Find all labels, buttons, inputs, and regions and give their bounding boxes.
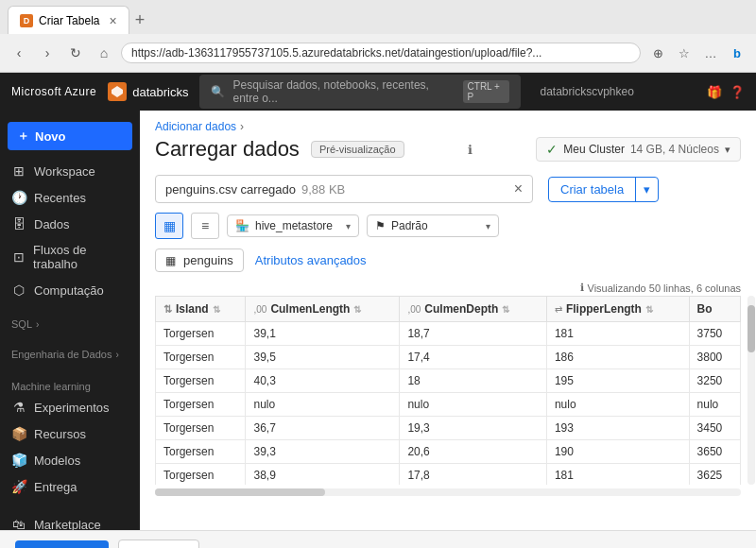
more-button[interactable]: … [699,42,722,64]
file-row: penguins.csv carregado 9,88 KB × Criar t… [140,169,756,209]
cancel-button[interactable]: Cancelar [118,539,199,548]
grid-view-button[interactable]: ▦ [155,213,183,239]
table-name-row: ▦ penguins Atributos avançados [140,243,756,278]
sidebar-item-recentes[interactable]: 🕐 Recentes [0,184,140,211]
create-table-dropdown-icon[interactable]: ▾ [635,178,658,201]
metastore-icon: 🏪 [235,219,249,232]
sidebar-section-sql[interactable]: SQL › [0,315,140,334]
sidebar-item-label: Recentes [34,191,86,205]
search-icon: 🔍 [211,85,225,98]
topbar-icons: 🎁 ❓ [707,85,745,99]
column-header-island[interactable]: ⇅ Island ⇅ [156,297,246,322]
horizontal-scrollbar-container [140,485,756,500]
tab-close-button[interactable]: × [109,13,116,28]
sidebar-section-engineering[interactable]: Engenharia de Dados › [0,345,140,364]
topbar-search[interactable]: 🔍 Pesquisar dados, notebooks, recentes, … [199,75,521,109]
browser-actions: ⊕ ☆ … b [646,42,748,64]
cluster-specs: 14 GB, 4 Núcleos [630,143,719,156]
back-button[interactable]: ‹ [8,42,30,64]
table-cell: 18 [400,369,547,393]
table-cell: 186 [546,346,689,369]
file-input-box[interactable]: penguins.csv carregado 9,88 KB × [155,175,533,203]
sidebar-item-marketplace[interactable]: 🛍 Marketplace [0,511,140,530]
home-button[interactable]: ⌂ [93,42,115,64]
column-header-bo[interactable]: Bo [689,297,740,322]
table-row: Torgersen39,517,41863800 [156,346,741,369]
table-row: Torgersen39,320,61903650 [156,440,741,464]
col-sort-icon[interactable]: ⇅ [645,304,653,315]
format-select[interactable]: ⚑ Padrão ▾ [367,214,499,237]
experiments-icon: ⚗ [11,400,26,415]
sidebar-item-modelos[interactable]: 🧊 Modelos [0,447,140,473]
content-area: Adicionar dados › Carregar dados Pré-vis… [140,111,756,530]
table-cell: nulo [689,393,740,417]
create-table-label[interactable]: Criar tabela [549,178,635,201]
browser-chrome: D Criar Tabela × + ‹ › ↻ ⌂ https://adb-1… [0,0,756,73]
table-cell: 20,6 [400,440,547,464]
table-cell: 3450 [689,417,740,440]
table-cell: 3800 [689,346,740,369]
search-shortcut-badge: CTRL + P [463,80,510,103]
address-bar[interactable]: https://adb-1363117955737105.5.azuredata… [121,43,641,63]
new-tab-button[interactable]: + [135,10,146,30]
table-row: Torgersen38,917,81813625 [156,464,741,486]
col-sort-icon[interactable]: ⇅ [502,304,509,315]
cluster-dropdown-icon[interactable]: ▾ [725,144,730,156]
table-scrollbar[interactable] [747,296,756,485]
forward-button[interactable]: › [36,42,59,64]
ml-section-label: Machine learning [11,381,91,392]
browser-tab[interactable]: D Criar Tabela × [8,6,129,34]
sidebar-item-computacao[interactable]: ⬡ Computação [0,277,140,303]
column-header-flipper-length[interactable]: ⇄ FlipperLength ⇅ [546,297,689,322]
sidebar-item-label: Entrega [34,480,77,494]
metastore-select[interactable]: 🏪 hive_metastore ▾ [227,214,359,237]
workflow-icon: ⊡ [11,249,26,265]
data-table-wrapper: ⇅ Island ⇅ ,00 CulmenLength ⇅ [140,296,756,485]
table-row: Torgersen36,719,31933450 [156,417,741,440]
tab-favicon: D [20,14,33,27]
col-sort-icon[interactable]: ⇅ [353,304,361,315]
extensions-button[interactable]: ⊕ [646,42,669,64]
col-type-badge: ,00 [407,304,421,315]
breadcrumb-link[interactable]: Adicionar dados [155,120,236,133]
col-name: FlipperLength [566,302,642,316]
create-table-button[interactable]: Criar tabela [15,540,109,548]
svg-marker-0 [112,86,123,97]
new-button[interactable]: ＋ Novo [8,122,132,150]
horizontal-scroll-thumb[interactable] [155,488,325,496]
table-cell: 3625 [689,464,740,486]
list-view-button[interactable]: ≡ [191,213,219,239]
table-name-input[interactable]: ▦ penguins [155,248,244,272]
sidebar-item-recursos[interactable]: 📦 Recursos [0,420,140,447]
table-cell: 181 [546,322,689,346]
format-icon: ⚑ [375,219,386,232]
column-header-culmen-depth[interactable]: ,00 CulmenDepth ⇅ [400,297,547,322]
advanced-attrs-link[interactable]: Atributos avançados [255,253,367,267]
main-layout: ＋ Novo ⊞ Workspace 🕐 Recentes 🗄 Dados ⊡ … [0,111,756,530]
column-header-culmen-length[interactable]: ,00 CulmenLength ⇅ [246,297,400,322]
cluster-info[interactable]: ✓ Meu Cluster 14 GB, 4 Núcleos ▾ [536,137,741,162]
col-sort-icon[interactable]: ⇅ [213,304,220,315]
sidebar-item-experimentos[interactable]: ⚗ Experimentos [0,394,140,420]
sidebar-item-entrega[interactable]: 🚀 Entrega [0,473,140,500]
edge-icon[interactable]: b [726,42,748,64]
header-info-icon[interactable]: ℹ [468,143,472,157]
table-cell: 193 [546,417,689,440]
breadcrumb-separator: › [240,120,244,133]
help-icon[interactable]: ❓ [730,85,745,99]
file-clear-button[interactable]: × [514,180,523,197]
favorites-button[interactable]: ☆ [673,42,696,64]
cluster-status-icon: ✓ [546,142,558,157]
reload-button[interactable]: ↻ [64,42,87,64]
scrollbar-thumb[interactable] [747,305,755,352]
sidebar: ＋ Novo ⊞ Workspace 🕐 Recentes 🗄 Dados ⊡ … [0,111,140,530]
page-title: Carregar dados [155,137,300,162]
databricks-label: databricks [132,85,188,99]
sidebar-item-workflows[interactable]: ⊡ Fluxos de trabalho [0,237,140,277]
table-cell: 3250 [689,369,740,393]
breadcrumb: Adicionar dados › [140,111,756,133]
sidebar-item-dados[interactable]: 🗄 Dados [0,211,140,237]
table-cell: 17,4 [400,346,547,369]
sidebar-item-workspace[interactable]: ⊞ Workspace [0,158,140,184]
gift-icon[interactable]: 🎁 [707,85,722,99]
